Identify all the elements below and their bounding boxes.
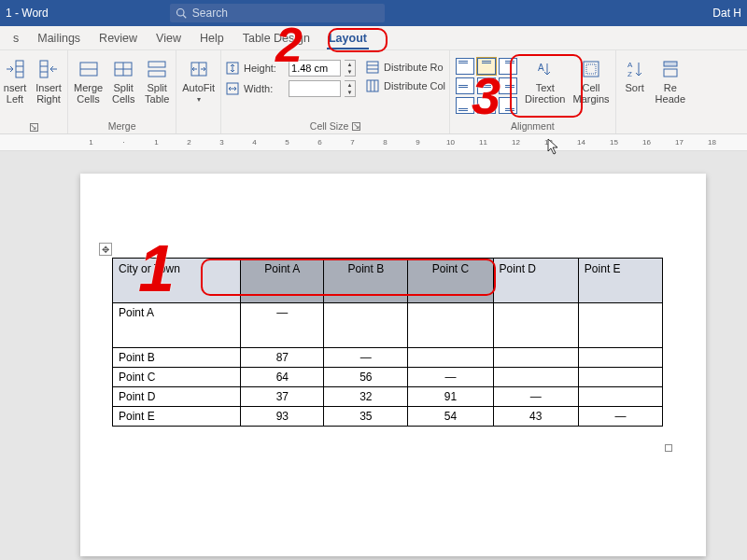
group-alignment: A Text Direction Cell Margins Alignment: [450, 50, 616, 133]
insert-left-icon: [4, 58, 26, 80]
insert-right-button[interactable]: Insert Right: [34, 56, 63, 106]
text-direction-icon: A: [534, 58, 557, 80]
merge-cells-button[interactable]: Merge Cells: [72, 56, 105, 106]
svg-rect-30: [664, 62, 677, 66]
insert-left-button[interactable]: nsert Left: [0, 56, 30, 106]
sort-icon: AZ: [624, 58, 646, 80]
insert-right-icon: [37, 58, 60, 80]
search-placeholder: Search: [192, 7, 228, 20]
table-row: Point C 64 56 —: [113, 368, 663, 387]
svg-rect-14: [148, 71, 165, 77]
align-bot-left[interactable]: [456, 97, 474, 114]
group-label-merge: Merge: [108, 120, 136, 132]
group-cell-size: Height: ▲▼ Width: ▲▼ Distribute Ro: [221, 50, 450, 133]
table-row: Point B 87 —: [113, 348, 663, 368]
align-mid-right[interactable]: [499, 77, 517, 94]
table-resize-handle[interactable]: [665, 444, 672, 452]
svg-rect-31: [664, 69, 677, 77]
header-point-d[interactable]: Point D: [493, 259, 578, 303]
window-title: 1 - Word: [0, 7, 49, 20]
table-row: Point E 93 35 54 43 —: [113, 407, 663, 427]
header-point-c[interactable]: Point C: [408, 259, 493, 303]
titlebar: 1 - Word Search Dat H: [0, 0, 747, 26]
table-row: Point D 37 32 91 —: [113, 387, 663, 407]
align-top-center[interactable]: [477, 58, 496, 75]
split-table-icon: [146, 58, 168, 80]
ribbon-tabs: s Mailings Review View Help Table Design…: [0, 26, 747, 50]
horizontal-ruler[interactable]: 1·123456789101112131415161718: [0, 134, 747, 151]
search-icon: [176, 7, 187, 19]
svg-rect-19: [367, 62, 378, 73]
header-point-b[interactable]: Point B: [324, 259, 408, 303]
rows-cols-launcher[interactable]: ↘: [30, 123, 38, 132]
merge-cells-icon: [78, 58, 100, 80]
height-spinner[interactable]: ▲▼: [345, 60, 356, 77]
distribute-cols-button[interactable]: Distribute Col: [365, 78, 445, 93]
sort-button[interactable]: AZ Sort: [620, 56, 650, 95]
autofit-button[interactable]: AutoFit ▾: [180, 56, 217, 105]
distribute-cols-icon: [365, 78, 380, 93]
distribute-rows-icon: [365, 60, 380, 75]
header-point-a[interactable]: Point A: [241, 259, 324, 303]
alignment-grid: [454, 56, 519, 116]
ribbon: nsert Left Insert Right ↘ Merge Cells Sp…: [0, 50, 747, 134]
align-mid-left[interactable]: [456, 77, 474, 94]
svg-text:A: A: [538, 63, 544, 73]
row-height-icon: [225, 61, 240, 76]
table-move-handle[interactable]: ✥: [99, 243, 112, 256]
col-width-input[interactable]: [289, 80, 341, 97]
tab-table-design[interactable]: Table Design: [233, 26, 319, 49]
width-spinner[interactable]: ▲▼: [345, 80, 356, 97]
search-box[interactable]: Search: [170, 4, 385, 22]
svg-rect-2: [16, 61, 23, 77]
svg-rect-22: [367, 80, 378, 91]
autofit-icon: [188, 58, 210, 80]
repeat-headers-button[interactable]: Re Heade: [654, 56, 687, 106]
align-bot-right[interactable]: [499, 97, 517, 114]
svg-text:A: A: [627, 61, 633, 69]
header-city[interactable]: City or Town: [113, 259, 241, 303]
row-height-input[interactable]: [289, 60, 341, 77]
svg-line-1: [183, 15, 186, 18]
user-name: Dat H: [712, 7, 747, 20]
cell-size-launcher[interactable]: ↘: [352, 122, 360, 131]
tab-review[interactable]: Review: [90, 26, 147, 49]
tab-layout[interactable]: Layout: [319, 26, 376, 49]
split-cells-button[interactable]: Split Cells: [108, 56, 138, 106]
svg-rect-26: [584, 62, 599, 77]
svg-text:Z: Z: [627, 70, 632, 78]
tab-mailings[interactable]: Mailings: [28, 26, 90, 49]
dropdown-caret-icon: ▾: [197, 95, 201, 104]
split-table-button[interactable]: Split Table: [142, 56, 172, 106]
row-height-control: Height: ▲▼: [225, 60, 356, 77]
repeat-headers-icon: [659, 58, 682, 80]
group-merge: Merge Cells Split Cells Split Table Merg…: [68, 50, 176, 133]
align-top-right[interactable]: [499, 58, 517, 75]
tab-help[interactable]: Help: [190, 26, 233, 49]
svg-rect-5: [40, 61, 48, 77]
col-width-icon: [225, 81, 240, 96]
align-top-left[interactable]: [456, 58, 474, 75]
document-canvas[interactable]: ✥ City or Town Point A Point B Point C P…: [0, 151, 747, 560]
align-bot-center[interactable]: [477, 97, 496, 114]
col-width-control: Width: ▲▼: [225, 80, 356, 97]
tab-partial[interactable]: s: [4, 26, 28, 49]
align-mid-center[interactable]: [477, 77, 496, 94]
header-point-e[interactable]: Point E: [578, 259, 662, 303]
svg-point-0: [176, 9, 184, 17]
table-row: Point A —: [113, 303, 663, 348]
document-table[interactable]: City or Town Point A Point B Point C Poi…: [112, 258, 663, 427]
group-label-alignment: Alignment: [511, 120, 555, 132]
distribute-rows-button[interactable]: Distribute Ro: [365, 60, 445, 75]
cell-margins-button[interactable]: Cell Margins: [571, 56, 611, 106]
document-page[interactable]: ✥ City or Town Point A Point B Point C P…: [80, 174, 706, 556]
text-direction-button[interactable]: A Text Direction: [523, 56, 567, 106]
svg-rect-13: [148, 62, 165, 67]
cell-margins-icon: [580, 58, 602, 80]
group-label-cell-size: Cell Size: [310, 120, 348, 132]
split-cells-icon: [112, 58, 134, 80]
svg-rect-27: [586, 64, 596, 74]
tab-view[interactable]: View: [147, 26, 190, 49]
